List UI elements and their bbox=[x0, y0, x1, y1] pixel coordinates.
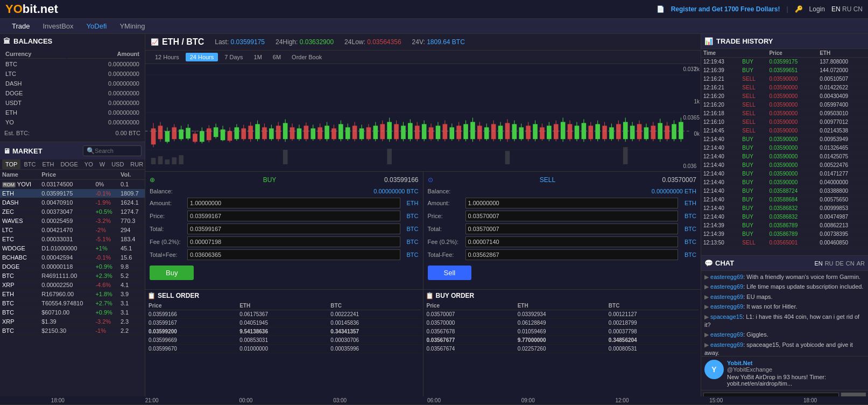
market-row[interactable]: BTC $2150.30 -1% 2.2 bbox=[0, 326, 145, 336]
market-row[interactable]: DASH 0.00470910 -1.9% 1624.1 bbox=[0, 198, 145, 207]
buy-fee-input[interactable] bbox=[187, 236, 400, 247]
trade-history-row: 12:14:40BUY0.035900000.01425075 bbox=[701, 152, 868, 161]
topbar: YObit.net 📄 Register and Get 1700 Free D… bbox=[0, 0, 868, 19]
market-row[interactable]: WAVES 0.00025459 -3.2% 770.3 bbox=[0, 217, 145, 226]
lang-ru[interactable]: RU bbox=[842, 5, 851, 13]
trade-history-row: 12:14:40BUY0.035886840.00575650 bbox=[701, 195, 868, 204]
time-tab-12h[interactable]: 12 Hours bbox=[151, 53, 184, 61]
market-row-change: +1.8% bbox=[93, 290, 118, 299]
market-row-price: 0.00000118 bbox=[39, 262, 93, 271]
market-row[interactable]: ETC 0.00033031 -5.1% 183.4 bbox=[0, 235, 145, 244]
market-row[interactable]: XRP $1.39 -3.2% 2.3 bbox=[0, 317, 145, 326]
buy-amount-input[interactable] bbox=[187, 198, 400, 208]
register-link[interactable]: Register and Get 1700 Free Dollars! bbox=[671, 5, 780, 13]
sell-fee-row: Fee (0.2%): BTC bbox=[428, 236, 697, 247]
yobit-name: Yobit.Net bbox=[727, 360, 865, 366]
market-row-name: WAVES bbox=[0, 217, 39, 226]
trade-history-row: 12:14:39BUY0.035867890.00738395 bbox=[701, 230, 868, 239]
market-tab-yo[interactable]: YO bbox=[81, 159, 96, 169]
buy-order-row: 0.035700070.033929340.00121127 bbox=[426, 310, 699, 318]
buy-price-input[interactable] bbox=[187, 211, 400, 221]
buy-order-col-price: Price bbox=[426, 302, 517, 310]
sell-total-fee-input[interactable] bbox=[465, 249, 679, 260]
market-row[interactable]: LTC 0.00421470 -2% 294 bbox=[0, 226, 145, 235]
chat-lang-en[interactable]: EN bbox=[814, 260, 822, 267]
time-tab-7d[interactable]: 7 Days bbox=[220, 53, 247, 61]
market-row[interactable]: ETH 0.03599175 -0.1% 1809.7 bbox=[0, 189, 145, 198]
nav-ymining[interactable]: YMining bbox=[113, 19, 151, 33]
lang-en[interactable]: EN bbox=[831, 5, 841, 13]
trade-history-row: 12:16:39BUY0.03599651144.072000 bbox=[701, 66, 868, 75]
trade-history-row: 12:19:43BUY0.03599175137.808000 bbox=[701, 58, 868, 66]
sell-order-title: 📋 SELL ORDER bbox=[147, 292, 421, 299]
chat-icon: 💬 bbox=[704, 259, 713, 267]
market-tab-rur[interactable]: RUR bbox=[127, 159, 145, 169]
nav-investbox[interactable]: InvestBox bbox=[36, 19, 80, 33]
market-row-price: 0.00033031 bbox=[39, 235, 93, 244]
chat-lang-ar[interactable]: AR bbox=[857, 260, 865, 267]
th-col-type bbox=[740, 49, 767, 58]
buy-button[interactable]: Buy bbox=[150, 266, 194, 280]
buy-fee-row: Fee (0.2%): BTC bbox=[150, 236, 419, 247]
market-tab-usd[interactable]: USD bbox=[108, 159, 127, 169]
sell-price-input[interactable] bbox=[465, 211, 679, 221]
market-row[interactable]: BTC $60710.00 +0.9% 3.1 bbox=[0, 308, 145, 317]
market-row[interactable]: WDOGE D1.01000000 +1% 45.1 bbox=[0, 244, 145, 253]
market-tab-btc[interactable]: BTC bbox=[20, 159, 39, 169]
chat-lang-ru[interactable]: RU bbox=[825, 260, 834, 267]
market-row-name: ETC bbox=[0, 235, 39, 244]
buy-total-fee-input[interactable] bbox=[187, 249, 400, 260]
sell-fee-input[interactable] bbox=[465, 236, 679, 247]
buy-order-table: Price ETH BTC 0.035700070.033929340.0012… bbox=[426, 302, 699, 353]
market-row[interactable]: XRP 0.00002250 -4.6% 4.1 bbox=[0, 281, 145, 290]
svg-rect-157 bbox=[151, 158, 156, 164]
market-row[interactable]: ETH R167960.00 +1.8% 3.9 bbox=[0, 290, 145, 299]
sell-total-input[interactable] bbox=[465, 224, 679, 234]
buy-total-input[interactable] bbox=[187, 224, 400, 234]
lang-cn[interactable]: CN bbox=[853, 5, 863, 13]
nav-trade[interactable]: Trade bbox=[5, 19, 36, 33]
yobit-bot: Y Yobit.Net @YobitExchange New YoBit Air… bbox=[701, 356, 868, 390]
chat-lang-cn[interactable]: CN bbox=[846, 260, 855, 267]
time-tab-orderbook[interactable]: Order Book bbox=[287, 53, 326, 61]
chat-lang-de[interactable]: DE bbox=[836, 260, 844, 267]
time-tab-1m[interactable]: 1M bbox=[250, 53, 266, 61]
market-tab-eth[interactable]: ETH bbox=[39, 159, 57, 169]
login-link[interactable]: Login bbox=[809, 5, 825, 13]
time-tab-6m[interactable]: 6M bbox=[269, 53, 285, 61]
chat-message: ▶ spaceage15: L1: i have this 404 coin, … bbox=[704, 313, 865, 330]
market-row-name: WDOGE bbox=[0, 244, 39, 253]
market-row[interactable]: ROM YOVI 0.03174500 0% 0.1 bbox=[0, 180, 145, 189]
market-row[interactable]: DOGE 0.00000118 +0.9% 9.8 bbox=[0, 262, 145, 271]
trade-history-row: 12:16:21SELL0.035900000.01422622 bbox=[701, 83, 868, 92]
balance-currency: YO bbox=[4, 118, 66, 127]
svg-rect-160 bbox=[172, 157, 177, 164]
market-tab-top[interactable]: TOP bbox=[2, 159, 20, 169]
market-row-name: DASH bbox=[0, 198, 39, 207]
balance-currency: ETH bbox=[4, 108, 66, 117]
balance-amount: 0.00000000 bbox=[67, 60, 140, 68]
yobit-info: Yobit.Net @YobitExchange New YoBit AirDr… bbox=[727, 360, 865, 387]
market-search-box[interactable]: 🔍 bbox=[83, 145, 142, 156]
market-row-vol: 1274.7 bbox=[118, 207, 145, 217]
market-row-vol: 3.1 bbox=[118, 308, 145, 317]
chat-title: 💬 CHAT bbox=[704, 259, 734, 267]
market-tab-doge[interactable]: DOGE bbox=[57, 159, 81, 169]
market-row[interactable]: BTC T60554.974810 +2.7% 3.1 bbox=[0, 299, 145, 308]
chart-pair: ETH / BTC bbox=[162, 37, 204, 47]
sell-amount-input[interactable] bbox=[465, 198, 679, 208]
chart-low: 24Low: 0.03564356 bbox=[344, 38, 401, 46]
sell-button[interactable]: Sell bbox=[428, 266, 472, 280]
balances-header: 🏛 BALANCES bbox=[3, 37, 142, 45]
trade-history-row: 12:14:40BUY0.035900000.00522476 bbox=[701, 161, 868, 170]
market-tab-w[interactable]: W bbox=[96, 159, 108, 169]
time-tab-24h[interactable]: 24 Hours bbox=[186, 53, 218, 61]
market-row[interactable]: ZEC 0.00373047 +0.5% 1274.7 bbox=[0, 207, 145, 217]
nav-yodefi[interactable]: YoDefi bbox=[80, 19, 114, 33]
market-row[interactable]: BCHABC 0.00042594 -0.1% 15.6 bbox=[0, 253, 145, 262]
chat-message: ▶ easteregg69: Life time maps update sub… bbox=[704, 283, 865, 291]
trade-history-row: 12:14:45SELL0.035900000.02143538 bbox=[701, 127, 868, 135]
market-row[interactable]: BTC R4691111.00 +2.3% 5.2 bbox=[0, 271, 145, 281]
search-input[interactable] bbox=[95, 148, 138, 154]
market-row-name: BTC bbox=[0, 326, 39, 336]
